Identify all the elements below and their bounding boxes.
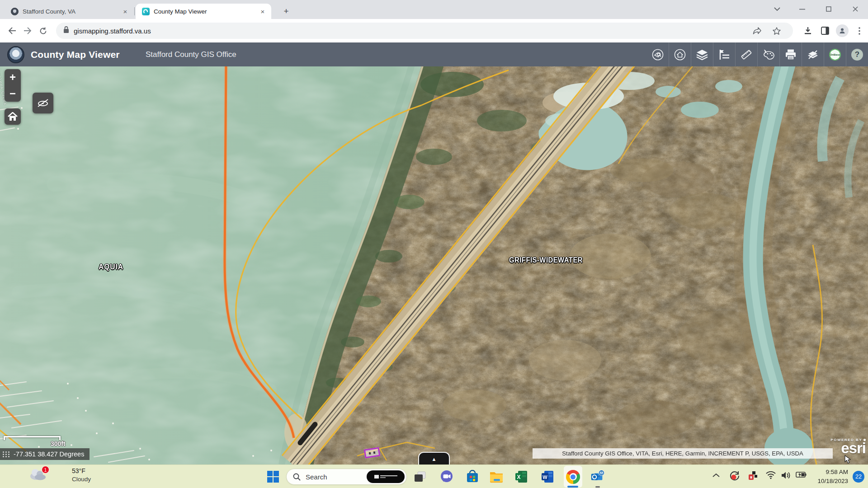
layers-icon[interactable] xyxy=(691,42,713,66)
tab-title: County Map Viewer xyxy=(154,8,259,15)
esri-logo: POWERED BY esri xyxy=(830,438,866,455)
measure-icon[interactable] xyxy=(735,42,757,66)
place-label-griffis-widewater: GRIFFIS-WIDEWATER xyxy=(509,256,583,264)
tab-close-icon[interactable]: × xyxy=(121,7,129,15)
tab-stafford-county[interactable]: Stafford County, VA × xyxy=(5,4,134,19)
app-icon-task-view[interactable] xyxy=(413,469,427,484)
draw-tools-icon[interactable] xyxy=(757,42,779,66)
up-arrow-icon: ▲ xyxy=(432,456,437,462)
windows-taskbar: 1 53°F Cloudy Search xyxy=(0,465,868,488)
map-search-icon[interactable] xyxy=(646,42,669,66)
app-icon-word[interactable]: W xyxy=(540,469,555,484)
county-seal-favicon xyxy=(11,8,19,15)
tab-close-icon[interactable]: × xyxy=(259,7,267,15)
tray-sync-icon[interactable] xyxy=(729,470,741,483)
search-box[interactable]: Search xyxy=(286,469,407,485)
map-canvas[interactable]: AQUIA GRIFFIS-WIDEWATER Accokeek Creek +… xyxy=(0,66,868,465)
chrome-active-indicator xyxy=(567,486,578,488)
gis-app-header: County Map Viewer Stafford County GIS Of… xyxy=(0,42,868,66)
forward-icon[interactable] xyxy=(20,23,35,38)
aerial-imagery xyxy=(0,66,868,465)
scale-label: 300ft xyxy=(51,440,66,447)
reload-icon[interactable] xyxy=(35,23,51,38)
tray-chevron-icon[interactable] xyxy=(712,471,720,479)
esri-wordmark: esri xyxy=(830,442,866,455)
wifi-icon[interactable] xyxy=(766,471,776,481)
app-icon-excel[interactable]: X xyxy=(514,469,528,484)
lock-icon xyxy=(63,26,69,35)
url-text: gismapping.stafford.va.us xyxy=(74,27,151,35)
window-minimize-button[interactable] xyxy=(792,0,812,18)
place-label-aquia: AQUIA xyxy=(99,263,123,272)
legend-icon[interactable] xyxy=(713,42,735,66)
condition-text: Cloudy xyxy=(72,476,91,483)
volume-icon[interactable] xyxy=(781,471,791,481)
new-tab-button[interactable]: + xyxy=(279,5,293,18)
window-maximize-button[interactable] xyxy=(818,0,839,18)
back-icon[interactable] xyxy=(5,23,20,38)
clock-widget[interactable]: 9:58 AM 10/18/2023 xyxy=(817,468,848,485)
zoom-in-button[interactable]: + xyxy=(5,69,21,85)
share-icon[interactable] xyxy=(749,23,765,39)
outlook-open-indicator xyxy=(595,486,600,488)
weather-alert-badge: 1 xyxy=(42,466,49,474)
app-icon-teams-chat[interactable] xyxy=(439,469,454,484)
tab-county-map-viewer[interactable]: County Map Viewer × xyxy=(136,4,271,19)
browser-tab-strip: Stafford County, VA × County Map Viewer … xyxy=(0,0,868,19)
tab-search-chevron-icon[interactable] xyxy=(767,0,788,18)
profile-avatar[interactable] xyxy=(834,22,851,39)
app-icon-outlook[interactable] xyxy=(590,469,605,484)
onbase-label: OnBase xyxy=(830,53,840,56)
window-close-button[interactable] xyxy=(845,0,866,18)
mouse-cursor xyxy=(844,455,851,465)
notification-count-badge[interactable]: 22 xyxy=(853,471,864,483)
help-glyph: ? xyxy=(855,50,859,59)
clock-time: 9:58 AM xyxy=(817,468,848,477)
browser-address-bar: gismapping.stafford.va.us xyxy=(0,19,868,42)
bookmark-star-icon[interactable] xyxy=(769,23,785,39)
search-placeholder: Search xyxy=(306,473,327,481)
scale-bar xyxy=(4,436,61,440)
search-icon xyxy=(293,473,301,481)
home-extent-icon[interactable] xyxy=(669,42,691,66)
clock-date: 10/18/2023 xyxy=(817,477,848,486)
weather-widget[interactable]: 1 53°F Cloudy xyxy=(28,466,48,481)
tab-title: Stafford County, VA xyxy=(23,8,121,15)
map-attribution: Stafford County GIS Office, VITA, Esri, … xyxy=(533,448,833,459)
svg-text:X: X xyxy=(517,474,520,480)
tray-app-icon[interactable] xyxy=(748,471,758,483)
eye-slash-icon[interactable] xyxy=(33,93,53,113)
app-icon-chrome[interactable] xyxy=(564,466,582,488)
basemap-gallery-icon[interactable] xyxy=(802,42,824,66)
coordinates-text: -77.351 38.427 Degrees xyxy=(14,450,84,458)
app-icon-microsoft-store[interactable] xyxy=(465,469,480,484)
home-button[interactable] xyxy=(5,108,21,125)
app-title: County Map Viewer xyxy=(31,49,120,60)
coordinates-icon xyxy=(3,451,10,457)
gis-favicon xyxy=(142,8,150,15)
print-icon[interactable] xyxy=(779,42,802,66)
url-field[interactable]: gismapping.stafford.va.us xyxy=(56,23,793,39)
zoom-control: + − xyxy=(5,69,21,102)
expand-panel-tab[interactable]: ▲ xyxy=(418,452,450,465)
search-highlight-chip[interactable] xyxy=(367,470,405,483)
app-subtitle: Stafford County GIS Office xyxy=(146,50,236,59)
side-panel-icon[interactable] xyxy=(816,22,834,39)
browser-menu-icon[interactable] xyxy=(851,22,868,39)
start-button[interactable] xyxy=(266,469,280,484)
svg-text:W: W xyxy=(542,474,547,480)
tab-divider xyxy=(134,7,135,15)
downloads-icon[interactable] xyxy=(799,22,816,39)
battery-icon[interactable] xyxy=(795,471,807,480)
onbase-icon[interactable]: OnBase xyxy=(824,42,846,66)
county-seal-logo xyxy=(7,46,24,63)
temperature-text: 53°F xyxy=(72,467,91,474)
coordinates-readout: -77.351 38.427 Degrees xyxy=(0,448,90,460)
app-icon-file-explorer[interactable] xyxy=(489,469,504,484)
help-icon[interactable]: ? xyxy=(846,42,868,66)
zoom-out-button[interactable]: − xyxy=(5,85,21,102)
desktop: Stafford County, VA × County Map Viewer … xyxy=(0,0,868,488)
